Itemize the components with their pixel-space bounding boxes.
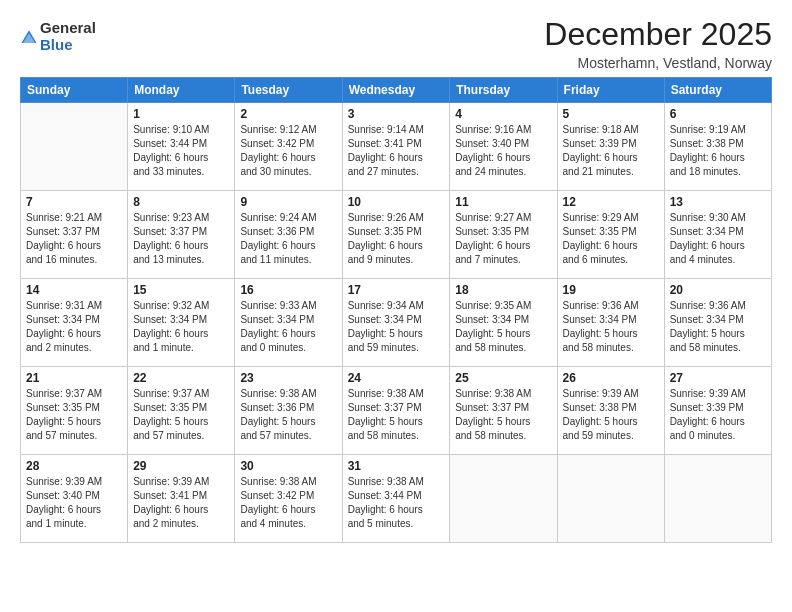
day-number: 24 xyxy=(348,371,445,385)
col-tuesday: Tuesday xyxy=(235,78,342,103)
table-row: 31Sunrise: 9:38 AMSunset: 3:44 PMDayligh… xyxy=(342,455,450,543)
day-info: Sunrise: 9:21 AMSunset: 3:37 PMDaylight:… xyxy=(26,211,122,267)
day-number: 10 xyxy=(348,195,445,209)
logo-text: General Blue xyxy=(40,20,96,53)
table-row: 15Sunrise: 9:32 AMSunset: 3:34 PMDayligh… xyxy=(128,279,235,367)
day-info: Sunrise: 9:30 AMSunset: 3:34 PMDaylight:… xyxy=(670,211,766,267)
day-number: 25 xyxy=(455,371,551,385)
calendar-week-row: 14Sunrise: 9:31 AMSunset: 3:34 PMDayligh… xyxy=(21,279,772,367)
day-info: Sunrise: 9:32 AMSunset: 3:34 PMDaylight:… xyxy=(133,299,229,355)
day-number: 22 xyxy=(133,371,229,385)
day-number: 3 xyxy=(348,107,445,121)
day-info: Sunrise: 9:10 AMSunset: 3:44 PMDaylight:… xyxy=(133,123,229,179)
day-info: Sunrise: 9:38 AMSunset: 3:37 PMDaylight:… xyxy=(348,387,445,443)
calendar-table: Sunday Monday Tuesday Wednesday Thursday… xyxy=(20,77,772,543)
day-info: Sunrise: 9:18 AMSunset: 3:39 PMDaylight:… xyxy=(563,123,659,179)
table-row: 13Sunrise: 9:30 AMSunset: 3:34 PMDayligh… xyxy=(664,191,771,279)
table-row: 2Sunrise: 9:12 AMSunset: 3:42 PMDaylight… xyxy=(235,103,342,191)
calendar-week-row: 28Sunrise: 9:39 AMSunset: 3:40 PMDayligh… xyxy=(21,455,772,543)
logo: General Blue xyxy=(20,20,96,53)
table-row: 16Sunrise: 9:33 AMSunset: 3:34 PMDayligh… xyxy=(235,279,342,367)
table-row: 25Sunrise: 9:38 AMSunset: 3:37 PMDayligh… xyxy=(450,367,557,455)
table-row: 20Sunrise: 9:36 AMSunset: 3:34 PMDayligh… xyxy=(664,279,771,367)
day-number: 29 xyxy=(133,459,229,473)
table-row: 12Sunrise: 9:29 AMSunset: 3:35 PMDayligh… xyxy=(557,191,664,279)
day-number: 16 xyxy=(240,283,336,297)
day-info: Sunrise: 9:37 AMSunset: 3:35 PMDaylight:… xyxy=(26,387,122,443)
day-info: Sunrise: 9:14 AMSunset: 3:41 PMDaylight:… xyxy=(348,123,445,179)
day-info: Sunrise: 9:12 AMSunset: 3:42 PMDaylight:… xyxy=(240,123,336,179)
day-info: Sunrise: 9:16 AMSunset: 3:40 PMDaylight:… xyxy=(455,123,551,179)
table-row: 17Sunrise: 9:34 AMSunset: 3:34 PMDayligh… xyxy=(342,279,450,367)
calendar-header-row: Sunday Monday Tuesday Wednesday Thursday… xyxy=(21,78,772,103)
table-row: 14Sunrise: 9:31 AMSunset: 3:34 PMDayligh… xyxy=(21,279,128,367)
calendar-week-row: 1Sunrise: 9:10 AMSunset: 3:44 PMDaylight… xyxy=(21,103,772,191)
col-sunday: Sunday xyxy=(21,78,128,103)
day-number: 30 xyxy=(240,459,336,473)
table-row xyxy=(664,455,771,543)
day-number: 27 xyxy=(670,371,766,385)
day-number: 26 xyxy=(563,371,659,385)
day-number: 6 xyxy=(670,107,766,121)
day-info: Sunrise: 9:39 AMSunset: 3:38 PMDaylight:… xyxy=(563,387,659,443)
col-friday: Friday xyxy=(557,78,664,103)
day-number: 18 xyxy=(455,283,551,297)
day-info: Sunrise: 9:33 AMSunset: 3:34 PMDaylight:… xyxy=(240,299,336,355)
day-number: 8 xyxy=(133,195,229,209)
day-info: Sunrise: 9:24 AMSunset: 3:36 PMDaylight:… xyxy=(240,211,336,267)
table-row: 1Sunrise: 9:10 AMSunset: 3:44 PMDaylight… xyxy=(128,103,235,191)
table-row: 6Sunrise: 9:19 AMSunset: 3:38 PMDaylight… xyxy=(664,103,771,191)
day-number: 1 xyxy=(133,107,229,121)
day-number: 21 xyxy=(26,371,122,385)
day-info: Sunrise: 9:26 AMSunset: 3:35 PMDaylight:… xyxy=(348,211,445,267)
day-info: Sunrise: 9:35 AMSunset: 3:34 PMDaylight:… xyxy=(455,299,551,355)
day-info: Sunrise: 9:39 AMSunset: 3:39 PMDaylight:… xyxy=(670,387,766,443)
table-row xyxy=(21,103,128,191)
table-row: 18Sunrise: 9:35 AMSunset: 3:34 PMDayligh… xyxy=(450,279,557,367)
table-row: 5Sunrise: 9:18 AMSunset: 3:39 PMDaylight… xyxy=(557,103,664,191)
day-number: 11 xyxy=(455,195,551,209)
table-row: 7Sunrise: 9:21 AMSunset: 3:37 PMDaylight… xyxy=(21,191,128,279)
col-wednesday: Wednesday xyxy=(342,78,450,103)
logo-general-text: General xyxy=(40,20,96,37)
table-row: 26Sunrise: 9:39 AMSunset: 3:38 PMDayligh… xyxy=(557,367,664,455)
table-row: 22Sunrise: 9:37 AMSunset: 3:35 PMDayligh… xyxy=(128,367,235,455)
table-row: 27Sunrise: 9:39 AMSunset: 3:39 PMDayligh… xyxy=(664,367,771,455)
table-row: 29Sunrise: 9:39 AMSunset: 3:41 PMDayligh… xyxy=(128,455,235,543)
day-info: Sunrise: 9:39 AMSunset: 3:40 PMDaylight:… xyxy=(26,475,122,531)
day-number: 14 xyxy=(26,283,122,297)
header: General Blue December 2025 Mosterhamn, V… xyxy=(20,16,772,71)
logo-icon xyxy=(20,28,38,46)
table-row: 10Sunrise: 9:26 AMSunset: 3:35 PMDayligh… xyxy=(342,191,450,279)
table-row: 9Sunrise: 9:24 AMSunset: 3:36 PMDaylight… xyxy=(235,191,342,279)
day-number: 28 xyxy=(26,459,122,473)
day-number: 15 xyxy=(133,283,229,297)
day-number: 17 xyxy=(348,283,445,297)
day-number: 23 xyxy=(240,371,336,385)
table-row: 19Sunrise: 9:36 AMSunset: 3:34 PMDayligh… xyxy=(557,279,664,367)
table-row xyxy=(557,455,664,543)
day-info: Sunrise: 9:31 AMSunset: 3:34 PMDaylight:… xyxy=(26,299,122,355)
day-info: Sunrise: 9:38 AMSunset: 3:42 PMDaylight:… xyxy=(240,475,336,531)
day-number: 4 xyxy=(455,107,551,121)
day-info: Sunrise: 9:34 AMSunset: 3:34 PMDaylight:… xyxy=(348,299,445,355)
day-info: Sunrise: 9:29 AMSunset: 3:35 PMDaylight:… xyxy=(563,211,659,267)
day-number: 13 xyxy=(670,195,766,209)
table-row: 11Sunrise: 9:27 AMSunset: 3:35 PMDayligh… xyxy=(450,191,557,279)
day-number: 31 xyxy=(348,459,445,473)
table-row xyxy=(450,455,557,543)
table-row: 23Sunrise: 9:38 AMSunset: 3:36 PMDayligh… xyxy=(235,367,342,455)
day-number: 7 xyxy=(26,195,122,209)
day-number: 9 xyxy=(240,195,336,209)
day-info: Sunrise: 9:37 AMSunset: 3:35 PMDaylight:… xyxy=(133,387,229,443)
table-row: 24Sunrise: 9:38 AMSunset: 3:37 PMDayligh… xyxy=(342,367,450,455)
day-number: 20 xyxy=(670,283,766,297)
table-row: 28Sunrise: 9:39 AMSunset: 3:40 PMDayligh… xyxy=(21,455,128,543)
day-number: 2 xyxy=(240,107,336,121)
day-info: Sunrise: 9:39 AMSunset: 3:41 PMDaylight:… xyxy=(133,475,229,531)
day-info: Sunrise: 9:23 AMSunset: 3:37 PMDaylight:… xyxy=(133,211,229,267)
table-row: 30Sunrise: 9:38 AMSunset: 3:42 PMDayligh… xyxy=(235,455,342,543)
logo-blue-text: Blue xyxy=(40,37,96,54)
table-row: 4Sunrise: 9:16 AMSunset: 3:40 PMDaylight… xyxy=(450,103,557,191)
table-row: 3Sunrise: 9:14 AMSunset: 3:41 PMDaylight… xyxy=(342,103,450,191)
